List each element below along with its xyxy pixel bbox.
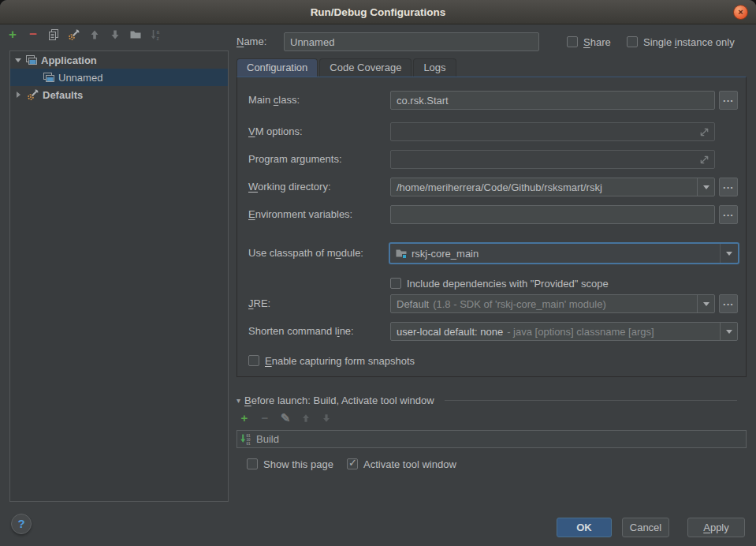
chevron-down-icon[interactable] (15, 58, 21, 65)
chevron-down-icon[interactable] (697, 178, 714, 196)
svg-text:z: z (157, 36, 160, 41)
jre-combo[interactable]: Default (1.8 - SDK of 'rskj-core_main' m… (390, 294, 715, 313)
vm-options-field[interactable] (390, 122, 715, 141)
help-button[interactable]: ? (11, 514, 32, 534)
move-up-icon[interactable] (88, 28, 101, 41)
tab-code-coverage[interactable]: Code Coverage (319, 58, 412, 77)
tree-item-label: Defaults (43, 89, 83, 101)
use-classpath-combo[interactable]: rskj-core_main (389, 242, 739, 264)
apply-button[interactable]: Apply (687, 518, 745, 537)
expand-field-icon[interactable] (698, 126, 710, 140)
svg-text:01: 01 (247, 442, 251, 446)
working-directory-label: Working directory: (248, 178, 331, 196)
share-checkbox[interactable] (567, 36, 578, 47)
enable-capturing-label: Enable capturing form snapshots (265, 355, 415, 367)
separator-line (445, 400, 737, 401)
move-task-down-icon[interactable] (321, 413, 332, 424)
show-this-page-checkbox-group[interactable]: Show this page (247, 454, 333, 473)
name-label: Name: (236, 32, 266, 51)
task-item-label: Build (256, 433, 279, 445)
jre-label: JRE: (248, 294, 270, 313)
before-launch-title: Before launch: Build, Activate tool wind… (244, 395, 434, 406)
environment-variables-field[interactable] (390, 205, 715, 224)
activate-tool-window-checkbox[interactable] (347, 458, 358, 469)
show-this-page-checkbox[interactable] (247, 458, 258, 469)
cancel-button[interactable]: Cancel (622, 518, 669, 537)
svg-text:a: a (157, 29, 160, 35)
single-instance-checkbox[interactable] (627, 36, 638, 47)
tree-item-label: Application (41, 54, 97, 66)
application-icon (43, 71, 55, 84)
configurations-tree: Application Unnamed Defaults (9, 50, 229, 502)
ok-button[interactable]: OK (557, 518, 612, 537)
include-provided-checkbox-group[interactable]: Include dependencies with "Provided" sco… (390, 274, 609, 293)
window-title: Run/Debug Configurations (311, 6, 446, 18)
share-checkbox-group[interactable]: Share (567, 32, 611, 51)
remove-task-icon[interactable]: − (259, 413, 270, 424)
working-directory-combo[interactable]: /home/meriherrera/Code/Github/rsksmart/r… (390, 178, 715, 196)
before-launch-header[interactable]: ▾ Before launch: Build, Activate tool wi… (236, 395, 737, 406)
configuration-tab-panel: Main class: co.rsk.Start ... VM options:… (236, 77, 747, 377)
activate-tool-window-label: Activate tool window (363, 458, 456, 470)
tree-item-defaults[interactable]: Defaults (10, 86, 228, 103)
chevron-down-icon[interactable] (720, 323, 737, 340)
tree-item-application[interactable]: Application (10, 51, 228, 69)
module-icon (395, 247, 408, 260)
vm-options-label: VM options: (248, 122, 303, 141)
before-launch-toolbar: + − ✎ (239, 413, 332, 424)
shorten-command-line-combo[interactable]: user-local default: none - java [options… (390, 322, 738, 341)
tab-logs[interactable]: Logs (413, 58, 456, 77)
jre-browse-button[interactable]: ... (719, 294, 738, 313)
shorten-command-line-label: Shorten command line: (248, 322, 354, 341)
before-launch-task-list: 011001 Build (236, 430, 747, 448)
single-instance-checkbox-group[interactable]: Single instance only (627, 32, 735, 51)
include-provided-label: Include dependencies with "Provided" sco… (407, 278, 609, 290)
chevron-down-icon[interactable] (720, 244, 738, 263)
environment-variables-label: Environment variables: (248, 205, 352, 224)
settings-tabs: Configuration Code Coverage Logs (236, 59, 458, 77)
defaults-wrench-icon (27, 88, 39, 101)
program-arguments-label: Program arguments: (248, 150, 342, 169)
move-task-up-icon[interactable] (300, 413, 311, 424)
show-this-page-label: Show this page (263, 458, 333, 470)
copy-configuration-icon[interactable] (47, 28, 60, 41)
move-down-icon[interactable] (109, 28, 121, 41)
create-folder-icon[interactable] (129, 28, 142, 41)
application-icon (25, 54, 38, 66)
tree-item-unnamed[interactable]: Unnamed (10, 69, 228, 86)
sort-configurations-icon[interactable]: az (150, 28, 162, 41)
edit-task-icon[interactable]: ✎ (280, 413, 291, 424)
environment-variables-browse-button[interactable]: ... (719, 205, 738, 224)
main-class-label: Main class: (248, 91, 300, 110)
share-label: Share (583, 36, 611, 48)
chevron-right-icon[interactable] (17, 92, 24, 98)
tab-configuration[interactable]: Configuration (236, 58, 318, 77)
tree-item-label: Unnamed (58, 72, 102, 84)
activate-tool-window-checkbox-group[interactable]: Activate tool window (347, 454, 456, 473)
include-provided-checkbox[interactable] (390, 278, 401, 289)
add-task-icon[interactable]: + (239, 413, 250, 424)
use-classpath-label: Use classpath of module: (248, 244, 363, 263)
main-class-field[interactable]: co.rsk.Start (390, 91, 715, 110)
edit-defaults-wrench-icon[interactable] (68, 28, 80, 41)
run-debug-configurations-dialog: Run/Debug Configurations × + − az (0, 0, 756, 546)
single-instance-label: Single instance only (643, 36, 735, 48)
program-arguments-field[interactable] (390, 150, 715, 169)
close-icon[interactable]: × (733, 5, 748, 20)
working-directory-browse-button[interactable]: ... (719, 178, 738, 196)
remove-configuration-icon[interactable]: − (27, 28, 39, 41)
configurations-toolbar: + − az (6, 28, 162, 41)
main-class-browse-button[interactable]: ... (719, 91, 738, 110)
enable-capturing-checkbox-group[interactable]: Enable capturing form snapshots (248, 351, 415, 370)
enable-capturing-checkbox[interactable] (248, 355, 259, 366)
task-item-build[interactable]: 011001 Build (237, 431, 746, 447)
add-configuration-icon[interactable]: + (6, 28, 19, 41)
name-input[interactable]: Unnamed (284, 32, 539, 51)
title-bar[interactable]: Run/Debug Configurations × (0, 0, 756, 24)
expand-field-icon[interactable] (698, 154, 710, 168)
collapse-triangle-icon[interactable]: ▾ (236, 396, 240, 405)
chevron-down-icon[interactable] (697, 295, 714, 312)
build-icon: 011001 (240, 433, 252, 446)
